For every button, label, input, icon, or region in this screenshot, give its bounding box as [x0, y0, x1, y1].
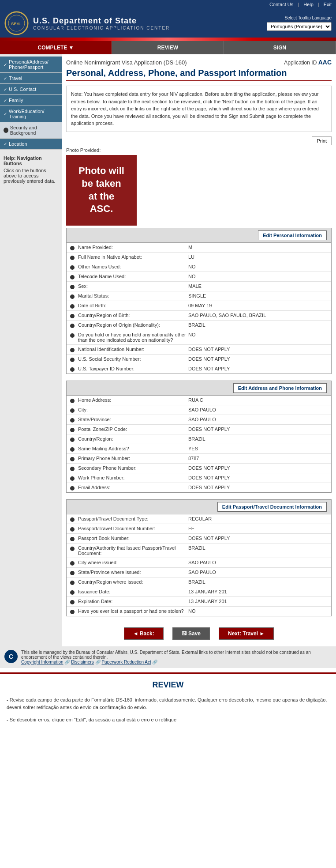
table-row: Country/Authority that Issued Passport/T… — [67, 543, 331, 558]
row-value: DOES NOT APPLY — [188, 356, 230, 362]
edit-personal-row: Edit Personal Information — [67, 228, 331, 243]
row-value: RUA C — [188, 397, 203, 403]
table-row: State/Province where issued: SAO PAULO — [67, 568, 331, 577]
row-label: Country/Region where issued: — [78, 579, 188, 585]
page-container: ✓ Personal/Address/ Phone/Passport ✓ Tra… — [0, 54, 336, 646]
lang-label: Select Tooltip Language — [284, 15, 332, 20]
row-label: Country/Region of Origin (Nationality): — [78, 322, 188, 328]
bottom-nav: ◄ Back: 🖫 Save Next: Travel ► — [66, 623, 332, 644]
tab-sign[interactable]: SIGN — [224, 41, 336, 54]
bullet-icon — [70, 367, 75, 372]
row-label: Have you ever lost a passport or had one… — [78, 608, 188, 614]
row-label: U.S. Social Security Number: — [78, 356, 188, 362]
table-row: Country/Region of Origin (Nationality): … — [67, 321, 331, 330]
bullet-icon — [70, 275, 75, 279]
footer: C This site is managed by the Bureau of … — [0, 646, 336, 668]
table-row: Passport Book Number: DOES NOT APPLY — [67, 534, 331, 543]
bullet-icon — [70, 418, 75, 423]
table-row: National Identification Number: DOES NOT… — [67, 345, 331, 355]
copyright-link[interactable]: Copyright Information — [21, 660, 63, 664]
edit-passport-button[interactable]: Edit Passport/Travel Document Informatio… — [217, 502, 327, 512]
help-text: Click on the buttons above to access pre… — [4, 168, 58, 184]
bullet-icon — [70, 428, 75, 432]
sidebar-item-travel[interactable]: ✓ Travel — [0, 73, 62, 84]
sidebar-item-us-contact[interactable]: ✓ U.S. Contact — [0, 84, 62, 95]
row-value: REGULAR — [188, 516, 212, 521]
help-section: Help: Navigation Buttons Click on the bu… — [0, 152, 62, 187]
row-value: NO — [188, 264, 196, 269]
sidebar-item-label: Work/Education/ Training — [9, 109, 58, 119]
personal-data-rows: Name Provided: M Full Name in Native Alp… — [67, 243, 331, 374]
paperwork-link[interactable]: Paperwork Reduction Act — [101, 660, 151, 664]
language-select[interactable]: Português (Portuguese) — [267, 22, 332, 31]
page-title-bar: Online Nonimmigrant Visa Application (DS… — [66, 57, 332, 68]
header-banner — [0, 38, 336, 41]
table-row: Passport/Travel Document Number: FE — [67, 524, 331, 534]
tab-review[interactable]: REVIEW — [112, 41, 224, 54]
review-section: REVIEW - Revise cada campo de cada parte… — [0, 672, 336, 735]
edit-personal-button[interactable]: Edit Personal Information — [258, 230, 327, 240]
row-value: 09 MAY 19 — [188, 303, 212, 308]
exit-link[interactable]: Exit — [324, 2, 332, 7]
bullet-icon — [70, 256, 75, 260]
bullet-icon — [70, 438, 75, 442]
contact-us-link[interactable]: Contact Us — [269, 2, 293, 7]
sidebar-item-location[interactable]: ✓ Location — [0, 139, 62, 150]
row-value: BRAZIL — [188, 579, 205, 585]
check-icon: ✓ — [4, 87, 7, 92]
bullet-icon — [70, 527, 75, 532]
sidebar-item-work[interactable]: ✓ Work/Education/ Training — [0, 106, 62, 122]
app-id-value: AAC — [318, 59, 332, 66]
row-value: YES — [188, 446, 198, 451]
table-row: City where issued: SAO PAULO — [67, 558, 331, 568]
next-button[interactable]: Next: Travel ► — [219, 627, 274, 640]
check-icon: ✓ — [4, 142, 7, 147]
row-value: DOES NOT APPLY — [188, 475, 230, 480]
bullet-icon — [70, 304, 75, 309]
table-row: State/Province: SAO PAULO — [67, 415, 331, 425]
footer-content: This site is managed by the Bureau of Co… — [21, 650, 332, 664]
bullet-icon — [70, 486, 75, 491]
top-bar: Contact Us | Help | Exit — [0, 0, 336, 9]
bullet-icon — [70, 571, 75, 575]
row-value: MALE — [188, 283, 202, 289]
save-button[interactable]: 🖫 Save — [172, 627, 210, 640]
bullet-icon — [70, 246, 75, 250]
svg-text:SEAL: SEAL — [11, 22, 22, 26]
row-label: Other Names Used: — [78, 264, 188, 269]
bullet-icon — [70, 537, 75, 541]
table-row: Same Mailing Address? YES — [67, 444, 331, 454]
row-label: Do you hold or have you held any nationa… — [78, 332, 188, 343]
bullet-icon — [70, 517, 75, 522]
check-icon: ✓ — [4, 98, 7, 103]
row-label: Telecode Name Used: — [78, 274, 188, 279]
edit-address-button[interactable]: Edit Address and Phone Information — [233, 383, 327, 393]
row-value: BRAZIL — [188, 322, 205, 328]
bullet-icon — [70, 265, 75, 270]
row-label: Full Name in Native Alphabet: — [78, 254, 188, 260]
info-box: Note: You have completed data entry for … — [66, 86, 332, 132]
main-content: Online Nonimmigrant Visa Application (DS… — [62, 54, 336, 646]
back-button[interactable]: ◄ Back: — [124, 627, 164, 640]
bullet-icon — [70, 467, 75, 471]
print-button[interactable]: Print — [312, 136, 332, 145]
row-label: Same Mailing Address? — [78, 446, 188, 451]
disclaimers-link[interactable]: Disclaimers — [71, 660, 94, 664]
edit-address-row: Edit Address and Phone Information — [67, 381, 331, 396]
row-label: State/Province where issued: — [78, 570, 188, 575]
sidebar-item-family[interactable]: ✓ Family — [0, 95, 62, 106]
bullet-icon — [70, 348, 75, 352]
bullet-icon — [70, 476, 75, 481]
sidebar-item-personal[interactable]: ✓ Personal/Address/ Phone/Passport — [0, 57, 62, 73]
bullet-icon — [70, 314, 75, 318]
table-row: Email Address: DOES NOT APPLY — [67, 483, 331, 492]
row-label: Home Address: — [78, 397, 188, 403]
help-link[interactable]: Help — [303, 2, 314, 7]
tab-complete[interactable]: COMPLETE ▼ — [0, 41, 112, 54]
row-value: SAO PAULO, SAO PAULO, BRAZIL — [188, 313, 266, 318]
sidebar-item-security[interactable]: Security and Background — [0, 122, 62, 139]
photo-label: Photo Provided: — [66, 147, 101, 153]
row-label: Passport/Travel Document Number: — [78, 526, 188, 531]
address-data-rows: Home Address: RUA C City: SAO PAULO Stat… — [67, 396, 331, 492]
table-row: Marital Status: SINGLE — [67, 291, 331, 301]
